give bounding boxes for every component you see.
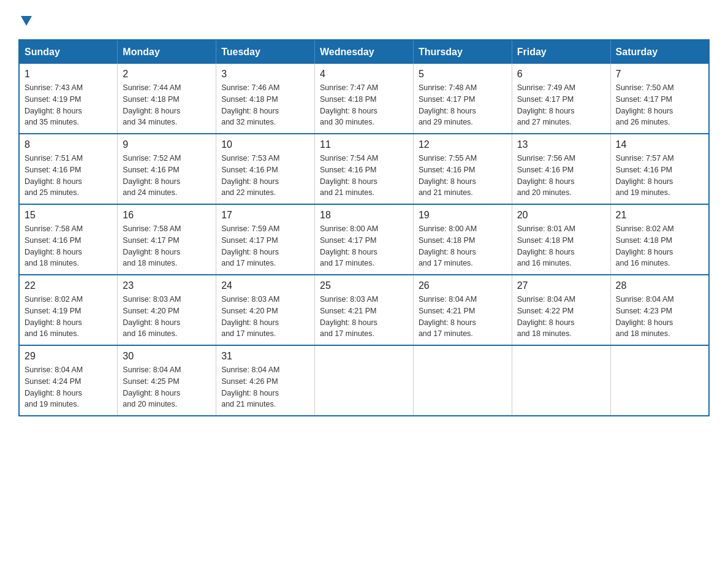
day-number: 14	[616, 139, 703, 150]
calendar-cell: 12 Sunrise: 7:55 AMSunset: 4:16 PMDaylig…	[413, 134, 512, 204]
day-number: 30	[123, 351, 211, 362]
calendar-week-4: 22 Sunrise: 8:02 AMSunset: 4:19 PMDaylig…	[19, 275, 709, 345]
calendar-cell: 5 Sunrise: 7:48 AMSunset: 4:17 PMDayligh…	[413, 64, 512, 134]
day-number: 8	[25, 139, 112, 150]
day-info: Sunrise: 7:47 AMSunset: 4:18 PMDaylight:…	[320, 82, 408, 128]
calendar-cell: 7 Sunrise: 7:50 AMSunset: 4:17 PMDayligh…	[610, 64, 709, 134]
calendar-table: SundayMondayTuesdayWednesdayThursdayFrid…	[18, 39, 710, 416]
calendar-cell	[413, 345, 512, 416]
calendar-cell: 24 Sunrise: 8:03 AMSunset: 4:20 PMDaylig…	[216, 275, 315, 345]
weekday-header-thursday: Thursday	[413, 40, 512, 64]
day-number: 9	[123, 139, 211, 150]
day-number: 31	[221, 351, 309, 362]
calendar-cell: 9 Sunrise: 7:52 AMSunset: 4:16 PMDayligh…	[118, 134, 216, 204]
day-info: Sunrise: 8:04 AMSunset: 4:26 PMDaylight:…	[221, 364, 309, 410]
day-info: Sunrise: 8:02 AMSunset: 4:18 PMDaylight:…	[616, 223, 703, 269]
day-info: Sunrise: 7:49 AMSunset: 4:17 PMDaylight:…	[517, 82, 605, 128]
calendar-cell: 13 Sunrise: 7:56 AMSunset: 4:16 PMDaylig…	[512, 134, 610, 204]
calendar-week-5: 29 Sunrise: 8:04 AMSunset: 4:24 PMDaylig…	[19, 345, 709, 416]
calendar-week-3: 15 Sunrise: 7:58 AMSunset: 4:16 PMDaylig…	[19, 204, 709, 275]
calendar-cell	[512, 345, 610, 416]
day-info: Sunrise: 7:58 AMSunset: 4:17 PMDaylight:…	[123, 223, 211, 269]
calendar-cell: 2 Sunrise: 7:44 AMSunset: 4:18 PMDayligh…	[118, 64, 216, 134]
day-number: 19	[419, 210, 507, 221]
calendar-cell: 14 Sunrise: 7:57 AMSunset: 4:16 PMDaylig…	[610, 134, 709, 204]
calendar-cell	[610, 345, 709, 416]
calendar-cell: 28 Sunrise: 8:04 AMSunset: 4:23 PMDaylig…	[610, 275, 709, 345]
calendar-cell: 29 Sunrise: 8:04 AMSunset: 4:24 PMDaylig…	[19, 345, 118, 416]
calendar-cell: 18 Sunrise: 8:00 AMSunset: 4:17 PMDaylig…	[315, 204, 414, 275]
weekday-header-friday: Friday	[512, 40, 610, 64]
calendar-cell: 31 Sunrise: 8:04 AMSunset: 4:26 PMDaylig…	[216, 345, 315, 416]
day-number: 25	[320, 280, 408, 291]
calendar-cell: 25 Sunrise: 8:03 AMSunset: 4:21 PMDaylig…	[315, 275, 414, 345]
day-info: Sunrise: 8:02 AMSunset: 4:19 PMDaylight:…	[25, 294, 112, 340]
calendar-cell: 23 Sunrise: 8:03 AMSunset: 4:20 PMDaylig…	[118, 275, 216, 345]
calendar-cell: 26 Sunrise: 8:04 AMSunset: 4:21 PMDaylig…	[413, 275, 512, 345]
day-info: Sunrise: 7:55 AMSunset: 4:16 PMDaylight:…	[419, 153, 507, 199]
weekday-header-sunday: Sunday	[19, 40, 118, 64]
day-number: 7	[616, 69, 703, 80]
day-info: Sunrise: 7:48 AMSunset: 4:17 PMDaylight:…	[419, 82, 507, 128]
day-number: 18	[320, 210, 408, 221]
day-info: Sunrise: 7:59 AMSunset: 4:17 PMDaylight:…	[221, 223, 309, 269]
calendar-cell: 8 Sunrise: 7:51 AMSunset: 4:16 PMDayligh…	[19, 134, 118, 204]
calendar-cell: 4 Sunrise: 7:47 AMSunset: 4:18 PMDayligh…	[315, 64, 414, 134]
calendar-body: 1 Sunrise: 7:43 AMSunset: 4:19 PMDayligh…	[19, 64, 709, 416]
calendar-cell	[315, 345, 414, 416]
calendar-cell: 30 Sunrise: 8:04 AMSunset: 4:25 PMDaylig…	[118, 345, 216, 416]
calendar-cell: 11 Sunrise: 7:54 AMSunset: 4:16 PMDaylig…	[315, 134, 414, 204]
day-info: Sunrise: 7:51 AMSunset: 4:16 PMDaylight:…	[25, 153, 112, 199]
day-info: Sunrise: 7:50 AMSunset: 4:17 PMDaylight:…	[616, 82, 703, 128]
day-info: Sunrise: 8:04 AMSunset: 4:24 PMDaylight:…	[25, 364, 112, 410]
calendar-cell: 20 Sunrise: 8:01 AMSunset: 4:18 PMDaylig…	[512, 204, 610, 275]
weekday-header-saturday: Saturday	[610, 40, 709, 64]
day-number: 16	[123, 210, 211, 221]
day-number: 2	[123, 69, 211, 80]
day-info: Sunrise: 7:54 AMSunset: 4:16 PMDaylight:…	[320, 153, 408, 199]
calendar-cell: 27 Sunrise: 8:04 AMSunset: 4:22 PMDaylig…	[512, 275, 610, 345]
calendar-cell: 16 Sunrise: 7:58 AMSunset: 4:17 PMDaylig…	[118, 204, 216, 275]
day-number: 1	[25, 69, 112, 80]
calendar-cell: 17 Sunrise: 7:59 AMSunset: 4:17 PMDaylig…	[216, 204, 315, 275]
day-info: Sunrise: 8:04 AMSunset: 4:25 PMDaylight:…	[123, 364, 211, 410]
day-number: 21	[616, 210, 703, 221]
day-info: Sunrise: 8:00 AMSunset: 4:17 PMDaylight:…	[320, 223, 408, 269]
day-number: 5	[419, 69, 507, 80]
day-number: 6	[517, 69, 605, 80]
day-number: 23	[123, 280, 211, 291]
day-info: Sunrise: 8:01 AMSunset: 4:18 PMDaylight:…	[517, 223, 605, 269]
calendar-cell: 15 Sunrise: 7:58 AMSunset: 4:16 PMDaylig…	[19, 204, 118, 275]
day-number: 29	[25, 351, 112, 362]
day-info: Sunrise: 8:04 AMSunset: 4:21 PMDaylight:…	[419, 294, 507, 340]
page-header	[18, 12, 710, 27]
weekday-header-tuesday: Tuesday	[216, 40, 315, 64]
day-number: 28	[616, 280, 703, 291]
calendar-week-2: 8 Sunrise: 7:51 AMSunset: 4:16 PMDayligh…	[19, 134, 709, 204]
day-info: Sunrise: 7:58 AMSunset: 4:16 PMDaylight:…	[25, 223, 112, 269]
day-number: 13	[517, 139, 605, 150]
calendar-cell: 6 Sunrise: 7:49 AMSunset: 4:17 PMDayligh…	[512, 64, 610, 134]
day-number: 27	[517, 280, 605, 291]
calendar-week-1: 1 Sunrise: 7:43 AMSunset: 4:19 PMDayligh…	[19, 64, 709, 134]
day-number: 12	[419, 139, 507, 150]
calendar-header: SundayMondayTuesdayWednesdayThursdayFrid…	[19, 40, 709, 64]
day-info: Sunrise: 7:46 AMSunset: 4:18 PMDaylight:…	[221, 82, 309, 128]
day-info: Sunrise: 7:43 AMSunset: 4:19 PMDaylight:…	[25, 82, 112, 128]
day-info: Sunrise: 8:04 AMSunset: 4:22 PMDaylight:…	[517, 294, 605, 340]
calendar-cell: 19 Sunrise: 8:00 AMSunset: 4:18 PMDaylig…	[413, 204, 512, 275]
day-number: 4	[320, 69, 408, 80]
day-info: Sunrise: 7:52 AMSunset: 4:16 PMDaylight:…	[123, 153, 211, 199]
day-number: 11	[320, 139, 408, 150]
day-number: 3	[221, 69, 309, 80]
day-number: 26	[419, 280, 507, 291]
day-number: 10	[221, 139, 309, 150]
day-info: Sunrise: 7:57 AMSunset: 4:16 PMDaylight:…	[616, 153, 703, 199]
logo-triangle-icon	[20, 13, 33, 27]
weekday-header-monday: Monday	[118, 40, 216, 64]
day-info: Sunrise: 7:56 AMSunset: 4:16 PMDaylight:…	[517, 153, 605, 199]
day-info: Sunrise: 7:44 AMSunset: 4:18 PMDaylight:…	[123, 82, 211, 128]
day-number: 15	[25, 210, 112, 221]
calendar-cell: 22 Sunrise: 8:02 AMSunset: 4:19 PMDaylig…	[19, 275, 118, 345]
day-info: Sunrise: 8:00 AMSunset: 4:18 PMDaylight:…	[419, 223, 507, 269]
